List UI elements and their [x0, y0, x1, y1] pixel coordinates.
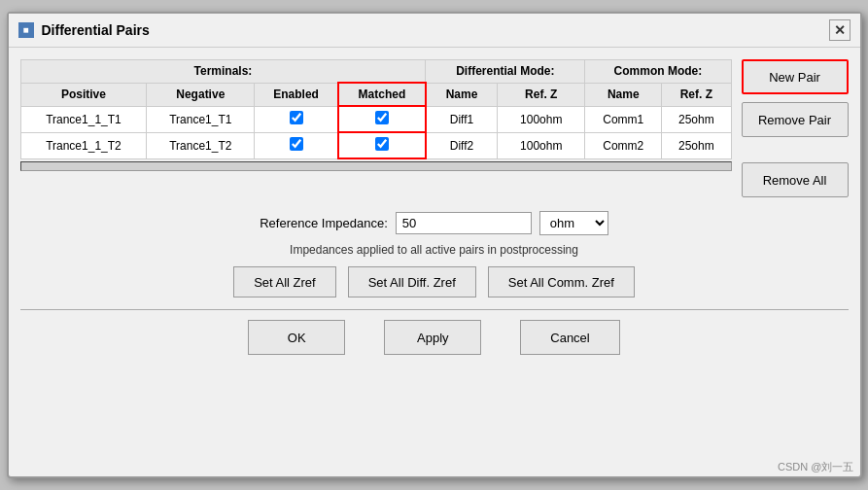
set-all-comm-zref-button[interactable]: Set All Comm. Zref [488, 266, 635, 298]
diff-mode-header: Differential Mode: [426, 60, 585, 84]
pairs-table: Terminals: Differential Mode: Common Mod… [20, 59, 732, 159]
table-section: Terminals: Differential Mode: Common Mod… [20, 59, 732, 197]
content-area: Terminals: Differential Mode: Common Mod… [9, 48, 860, 367]
row2-negative: Trance1_T2 [147, 132, 255, 158]
note-text: Impedances applied to all active pairs i… [20, 243, 849, 257]
bottom-section: Reference Impedance: ohm kohm Mohm Imped… [20, 211, 849, 355]
row2-matched-cell[interactable] [338, 132, 426, 158]
unit-select[interactable]: ohm kohm Mohm [539, 211, 608, 235]
row2-comm-name: Comm2 [585, 132, 662, 158]
row2-enabled-cell[interactable] [255, 132, 338, 158]
remove-all-button[interactable]: Remove All [742, 162, 849, 197]
col-comm-refz-header: Ref. Z [662, 83, 731, 106]
side-buttons: New Pair Remove Pair Remove All [742, 59, 849, 197]
close-button[interactable]: ✕ [829, 19, 851, 41]
col-negative-header: Negative [147, 83, 255, 106]
row1-enabled-checkbox[interactable] [290, 111, 303, 124]
row1-comm-name: Comm1 [585, 106, 662, 132]
row1-negative: Trance1_T1 [147, 106, 255, 132]
dialog: ■ Differential Pairs ✕ Terminals: Differ… [7, 12, 862, 478]
footer-buttons: OK Apply Cancel [20, 320, 849, 355]
row2-enabled-checkbox[interactable] [290, 137, 303, 151]
row2-comm-refz: 25ohm [662, 132, 731, 158]
row2-positive: Trance1_1_T2 [20, 132, 147, 158]
action-buttons-row: Set All Zref Set All Diff. Zref Set All … [20, 266, 849, 298]
row1-comm-refz: 25ohm [662, 106, 731, 132]
row1-diff-name: Diff1 [426, 106, 498, 132]
row1-matched-cell[interactable] [338, 106, 426, 132]
row1-enabled-cell[interactable] [255, 106, 338, 132]
col-diff-name-header: Name [426, 83, 498, 106]
col-matched-header: Matched [338, 83, 426, 106]
col-positive-header: Positive [20, 83, 147, 106]
table-row: Trance1_1_T2 Trance1_T2 Diff2 100ohm Com… [20, 132, 731, 158]
set-all-diff-zref-button[interactable]: Set All Diff. Zref [348, 266, 476, 298]
col-comm-name-header: Name [585, 83, 662, 106]
row2-diff-refz: 100ohm [498, 132, 585, 158]
apply-button[interactable]: Apply [384, 320, 481, 355]
row2-matched-checkbox[interactable] [375, 137, 389, 151]
ref-impedance-label: Reference Impedance: [260, 216, 388, 230]
watermark: CSDN @刘一五 [778, 460, 853, 474]
ref-impedance-row: Reference Impedance: ohm kohm Mohm [20, 211, 849, 235]
new-pair-button[interactable]: New Pair [742, 59, 849, 94]
table-row: Trance1_1_T1 Trance1_T1 Diff1 100ohm Com… [20, 106, 731, 132]
comm-mode-header: Common Mode: [585, 60, 731, 84]
cancel-button[interactable]: Cancel [520, 320, 619, 355]
col-enabled-header: Enabled [255, 83, 338, 106]
main-area: Terminals: Differential Mode: Common Mod… [20, 59, 849, 197]
title-bar: ■ Differential Pairs ✕ [9, 14, 860, 48]
row1-positive: Trance1_1_T1 [20, 106, 147, 132]
dialog-icon: ■ [18, 22, 34, 38]
remove-pair-button[interactable]: Remove Pair [742, 102, 849, 137]
divider [20, 309, 849, 310]
row1-matched-checkbox[interactable] [375, 111, 389, 124]
dialog-title: Differential Pairs [42, 22, 150, 38]
terminals-header: Terminals: [20, 60, 426, 84]
set-all-zref-button[interactable]: Set All Zref [233, 266, 336, 298]
ok-button[interactable]: OK [248, 320, 345, 355]
col-diff-refz-header: Ref. Z [498, 83, 585, 106]
row1-diff-refz: 100ohm [498, 106, 585, 132]
ref-impedance-input[interactable] [396, 212, 532, 234]
row2-diff-name: Diff2 [426, 132, 498, 158]
horizontal-scrollbar[interactable] [20, 161, 732, 171]
